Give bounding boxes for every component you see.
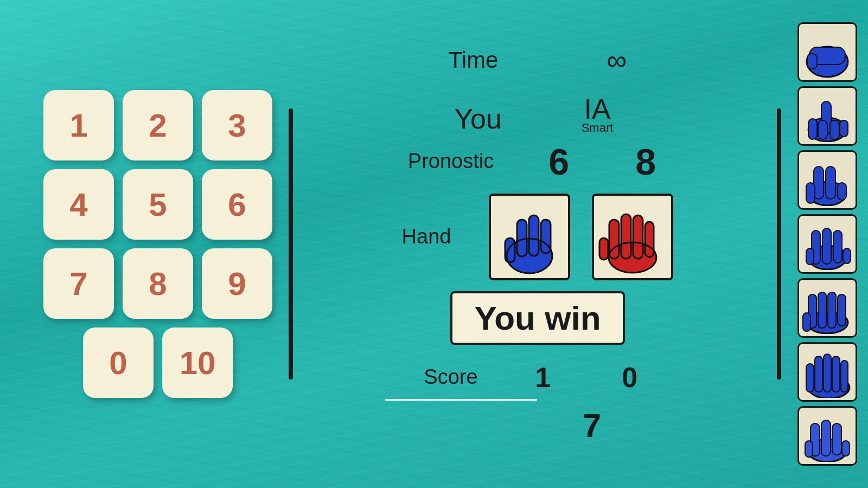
player-hand-card	[489, 194, 570, 280]
hand-sidebar	[792, 0, 868, 488]
pronostic-row: Pronostic 6 8	[408, 140, 667, 183]
time-label: Time	[449, 47, 499, 73]
svg-rect-28	[818, 120, 827, 139]
ia-block: IA Smart	[559, 93, 635, 135]
score-ia: 0	[608, 361, 652, 394]
svg-rect-57	[832, 423, 841, 455]
total-row: 7	[462, 406, 614, 445]
right-divider	[777, 108, 781, 380]
svg-rect-30	[840, 120, 848, 137]
tile-10[interactable]: 10	[162, 328, 233, 398]
tile-6[interactable]: 6	[202, 169, 272, 240]
ia-label: IA	[559, 93, 635, 125]
svg-rect-52	[832, 356, 840, 392]
svg-rect-46	[838, 294, 846, 326]
sidebar-hand-three-b[interactable]	[797, 406, 857, 466]
svg-rect-59	[842, 441, 850, 456]
grid-row-4: 0 10	[83, 328, 233, 398]
five-fingers-icon	[802, 346, 853, 398]
svg-rect-34	[806, 183, 815, 203]
tile-8[interactable]: 8	[123, 248, 193, 319]
left-divider	[289, 108, 293, 380]
grid-row-3: 7 8 9	[43, 248, 272, 319]
svg-rect-47	[803, 313, 810, 331]
score-label: Score	[424, 365, 477, 389]
sidebar-hand-four[interactable]	[797, 278, 857, 338]
four-fingers-icon	[802, 282, 853, 334]
pronostic-you: 6	[537, 140, 580, 183]
svg-rect-40	[806, 248, 814, 265]
sidebar-hand-two[interactable]	[797, 150, 857, 210]
svg-rect-38	[822, 228, 831, 264]
svg-rect-53	[841, 361, 848, 392]
score-row: Score 1 0	[424, 361, 651, 394]
time-value: ∞	[607, 44, 627, 76]
tile-3[interactable]: 3	[202, 90, 272, 160]
svg-rect-44	[818, 292, 826, 328]
sidebar-hand-three[interactable]	[797, 214, 857, 274]
svg-rect-12	[621, 214, 631, 259]
hand-row: Hand	[402, 194, 674, 280]
svg-rect-15	[599, 238, 608, 260]
svg-rect-41	[843, 248, 851, 264]
one-finger-icon	[802, 91, 853, 142]
ia-hand-card	[592, 194, 673, 280]
ia-hand-icon	[597, 199, 668, 275]
score-divider	[385, 399, 537, 401]
you-win-box: You win	[450, 291, 624, 345]
number-grid: 1 2 3 4 5 6 7 8 9 0 10	[0, 74, 272, 414]
pronostic-label: Pronostic	[408, 150, 494, 173]
tile-5[interactable]: 5	[123, 169, 193, 240]
svg-rect-45	[828, 292, 836, 328]
svg-rect-58	[805, 441, 813, 457]
grid-row-1: 1 2 3	[43, 90, 272, 160]
you-win-text: You win	[474, 299, 601, 337]
fist-icon	[802, 27, 853, 78]
svg-rect-14	[645, 222, 654, 257]
svg-rect-49	[806, 364, 814, 392]
three-fingers-icon	[802, 219, 853, 270]
svg-rect-13	[633, 215, 643, 259]
player-hand-icon	[494, 199, 565, 275]
game-panel: Time ∞ You IA Smart Pronostic 6 8 Hand	[309, 33, 766, 455]
svg-rect-33	[826, 166, 835, 199]
tile-9[interactable]: 9	[202, 248, 272, 319]
svg-rect-56	[821, 420, 831, 456]
tile-0[interactable]: 0	[83, 328, 154, 398]
svg-rect-51	[824, 354, 831, 392]
sidebar-hand-one[interactable]	[797, 86, 857, 146]
svg-rect-50	[815, 356, 822, 392]
pronostic-ia: 8	[624, 140, 667, 183]
total-score: 7	[570, 406, 614, 445]
score-you: 1	[521, 361, 565, 394]
tile-4[interactable]: 4	[43, 169, 114, 240]
tile-1[interactable]: 1	[43, 90, 114, 160]
two-fingers-icon	[802, 155, 853, 206]
sidebar-hand-fist[interactable]	[797, 22, 857, 82]
grid-row-2: 4 5 6	[43, 169, 272, 240]
tile-2[interactable]: 2	[123, 90, 193, 160]
players-row: You IA Smart	[440, 93, 635, 135]
ia-sub-label: Smart	[559, 121, 635, 135]
time-row: Time ∞	[449, 44, 627, 76]
tile-7[interactable]: 7	[43, 248, 114, 319]
three-fingers-b-icon	[802, 410, 853, 462]
svg-rect-27	[808, 119, 817, 139]
svg-rect-39	[833, 230, 842, 263]
player-you-label: You	[440, 102, 516, 135]
svg-rect-3	[529, 215, 539, 256]
svg-rect-29	[830, 120, 839, 139]
sidebar-hand-five[interactable]	[797, 342, 857, 402]
hand-label: Hand	[402, 225, 451, 248]
svg-rect-24	[807, 54, 817, 69]
svg-rect-35	[838, 183, 846, 200]
